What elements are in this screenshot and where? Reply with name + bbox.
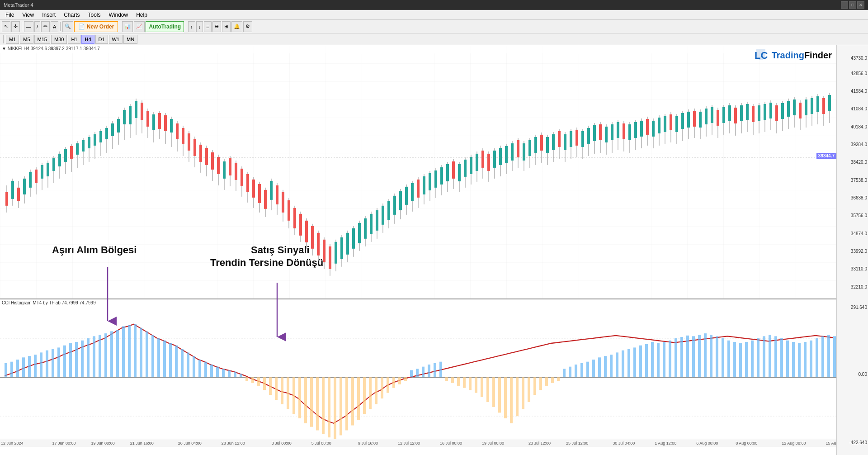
- svg-rect-351: [375, 377, 377, 404]
- tf-m15[interactable]: M15: [34, 35, 50, 44]
- chart-container: ▼ NIKKEI.H4 39124.6 39397.2 39117.1 3934…: [0, 45, 868, 455]
- new-order-button[interactable]: 📄 New Order: [74, 21, 118, 32]
- menu-view[interactable]: View: [19, 11, 38, 19]
- svg-rect-121: [352, 228, 355, 249]
- svg-rect-420: [780, 338, 783, 377]
- svg-rect-364: [451, 377, 454, 383]
- svg-rect-225: [658, 118, 660, 133]
- svg-rect-387: [586, 361, 589, 377]
- svg-rect-315: [163, 340, 166, 377]
- draw-tool[interactable]: ✏: [41, 21, 50, 32]
- svg-rect-229: [670, 114, 672, 130]
- svg-rect-346: [345, 377, 348, 430]
- svg-rect-175: [511, 143, 514, 161]
- close-button[interactable]: ✕: [857, 1, 864, 9]
- price-33110: 33110.0: [851, 266, 867, 271]
- autotrading-button[interactable]: AutoTrading: [146, 21, 184, 32]
- svg-rect-374: [510, 377, 513, 423]
- zoom-in-btn[interactable]: 🔍: [62, 21, 73, 32]
- menu-file[interactable]: File: [2, 11, 18, 19]
- chart-area[interactable]: ▼ NIKKEI.H4 39124.6 39397.2 39117.1 3934…: [0, 45, 868, 455]
- tf-d1[interactable]: D1: [95, 35, 108, 44]
- svg-rect-33: [94, 134, 96, 146]
- crosshair-tool[interactable]: ✛: [11, 21, 20, 32]
- svg-rect-141: [411, 183, 414, 201]
- tf-m1[interactable]: M1: [6, 35, 19, 44]
- svg-rect-133: [387, 201, 390, 220]
- indicator-chart[interactable]: CCI Histogram MT4 by TFlab 74.7999 74.79…: [0, 299, 836, 455]
- indicator-down[interactable]: ↓: [196, 21, 203, 32]
- price-35756: 35756.0: [851, 213, 867, 218]
- chart-bar-btn[interactable]: 📊: [122, 21, 133, 32]
- menu-help[interactable]: Help: [132, 11, 151, 19]
- tf-h1[interactable]: H1: [68, 35, 80, 44]
- svg-rect-345: [340, 377, 342, 435]
- svg-rect-428: [827, 335, 830, 377]
- svg-rect-412: [733, 342, 736, 377]
- menu-tools[interactable]: Tools: [85, 11, 104, 19]
- menu-charts[interactable]: Charts: [60, 11, 83, 19]
- tf-m30[interactable]: M30: [51, 35, 67, 44]
- price-34874: 34874.0: [851, 231, 867, 236]
- svg-rect-279: [816, 96, 819, 112]
- svg-rect-223: [652, 121, 655, 137]
- chart-candle-btn[interactable]: 📈: [134, 21, 145, 32]
- hline-tool[interactable]: /: [34, 21, 40, 32]
- svg-rect-385: [575, 365, 577, 377]
- tf-h4[interactable]: H4: [81, 35, 94, 44]
- svg-rect-326: [228, 370, 231, 377]
- arrow-tool[interactable]: ↖: [2, 21, 10, 32]
- svg-rect-295: [46, 350, 48, 377]
- minimize-button[interactable]: _: [841, 1, 848, 9]
- svg-rect-19: [52, 158, 55, 171]
- time-jun21: 21 Jun 16:00: [129, 441, 155, 446]
- line-tool[interactable]: —: [24, 21, 33, 32]
- svg-rect-273: [799, 103, 802, 118]
- svg-rect-61: [176, 123, 179, 139]
- svg-rect-300: [75, 342, 78, 377]
- svg-rect-149: [434, 171, 437, 188]
- zoom-out-btn[interactable]: ⊖: [212, 21, 221, 32]
- svg-rect-386: [580, 363, 583, 377]
- indicator-up[interactable]: ↑: [188, 21, 195, 32]
- svg-rect-289: [10, 361, 13, 377]
- alerts-btn[interactable]: 🔔: [231, 21, 242, 32]
- price-38420: 38420.0: [851, 160, 867, 165]
- tf-mn[interactable]: MN: [123, 35, 137, 44]
- settings-btn[interactable]: ⚙: [243, 21, 252, 32]
- svg-rect-249: [728, 105, 731, 121]
- price-39284: 39284.0: [851, 142, 867, 147]
- svg-rect-306: [110, 331, 113, 377]
- svg-rect-43: [123, 110, 126, 124]
- svg-rect-53: [152, 114, 155, 130]
- maximize-button[interactable]: □: [849, 1, 856, 9]
- window-controls[interactable]: _ □ ✕: [841, 1, 864, 9]
- zoom-fit-btn[interactable]: ⊞: [222, 21, 231, 32]
- svg-rect-27: [76, 143, 79, 155]
- svg-rect-301: [81, 340, 84, 377]
- svg-rect-93: [270, 181, 273, 200]
- tf-m5[interactable]: M5: [20, 35, 33, 44]
- indicator-scale: 291.640 0.00 -422.640: [836, 299, 868, 455]
- svg-rect-399: [657, 343, 660, 377]
- svg-rect-291: [22, 357, 25, 377]
- svg-rect-157: [458, 164, 461, 181]
- tf-w1[interactable]: W1: [109, 35, 123, 44]
- time-jul25: 25 Jul 12:00: [565, 441, 589, 446]
- time-jul3: 3 Jul 00:00: [271, 441, 292, 446]
- logo-finder: Finder: [804, 50, 832, 60]
- svg-rect-173: [505, 146, 508, 163]
- svg-rect-358: [416, 369, 419, 377]
- indicators-btn[interactable]: ≡: [204, 21, 211, 32]
- svg-rect-277: [811, 98, 813, 114]
- svg-rect-119: [346, 233, 349, 255]
- menu-window[interactable]: Window: [105, 11, 132, 19]
- svg-rect-336: [287, 377, 289, 409]
- svg-rect-259: [758, 105, 760, 121]
- text-tool[interactable]: A: [51, 21, 58, 32]
- time-jul30: 30 Jul 04:00: [612, 441, 636, 446]
- menu-insert[interactable]: Insert: [38, 11, 59, 19]
- svg-rect-309: [128, 325, 131, 377]
- svg-rect-227: [664, 116, 666, 132]
- price-chart[interactable]: ▼ NIKKEI.H4 39124.6 39397.2 39117.1 3934…: [0, 45, 836, 299]
